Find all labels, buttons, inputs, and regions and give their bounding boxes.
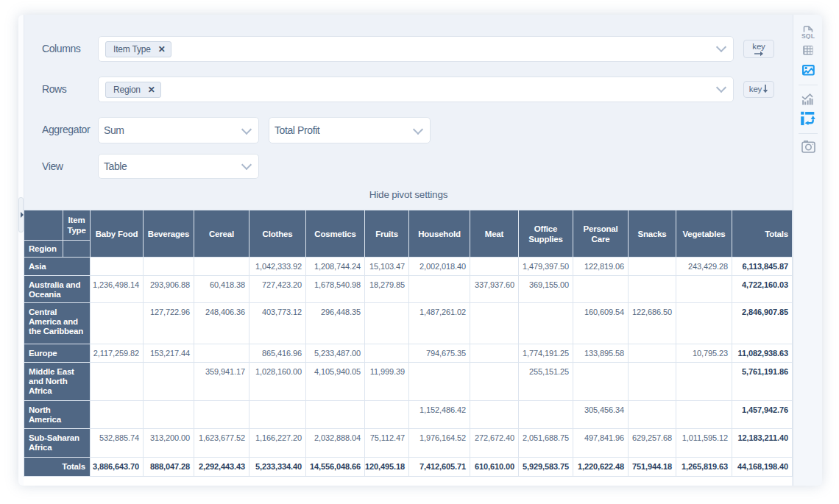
- svg-text:SQL: SQL: [801, 32, 815, 39]
